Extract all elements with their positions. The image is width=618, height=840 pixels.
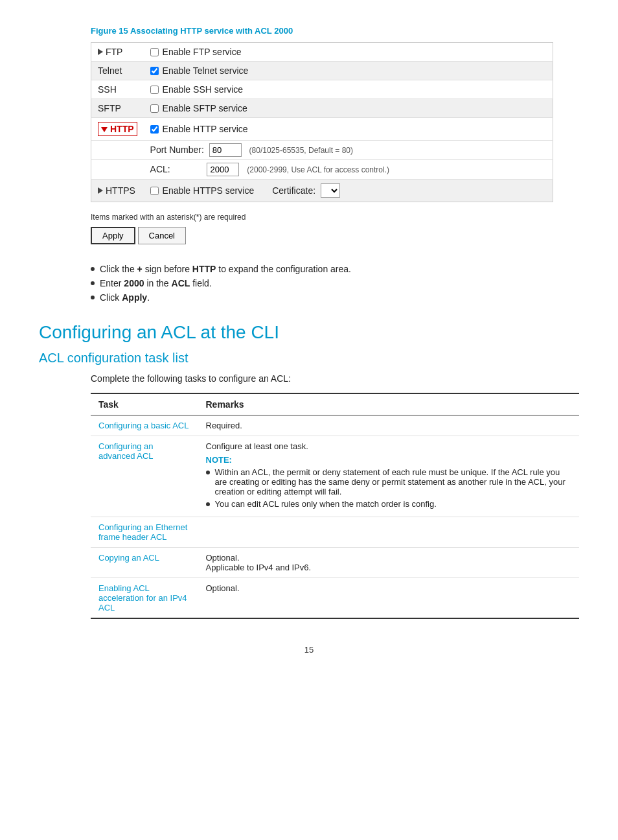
asterisk-note: Items marked with an asterisk(*) are req… <box>91 213 579 222</box>
note-bullet-icon-2-2 <box>206 502 210 506</box>
remarks-text-4b: Applicable to IPv4 and IPv6. <box>206 563 572 572</box>
instruction-text-1: Click the + sign before HTTP to expand t… <box>100 264 351 274</box>
instructions-section: Click the + sign before HTTP to expand t… <box>91 264 579 303</box>
task-link-3[interactable]: Configuring an Ethernet frame header ACL <box>98 522 187 542</box>
https-cert-container: Enable HTTPS service Certificate: <box>150 183 546 198</box>
port-label: Port Number: <box>150 145 204 155</box>
http-acl-cell: ACL: (2000-2999, Use ACL for access cont… <box>144 160 553 180</box>
page-number: 15 <box>39 645 579 655</box>
subsection-title: ACL configuration task list <box>39 351 579 366</box>
task-cell-1: Configuring a basic ACL <box>91 415 198 436</box>
ftp-checkbox[interactable] <box>150 48 159 56</box>
intro-text: Complete the following tasks to configur… <box>91 373 579 384</box>
bullet-1-icon <box>91 267 95 271</box>
http-port-indent <box>91 141 144 160</box>
ftp-enable-cell: Enable FTP service <box>144 43 553 62</box>
button-row: Apply Cancel <box>91 227 579 244</box>
instruction-text-2: Enter 2000 in the ACL field. <box>100 278 212 288</box>
http-enable-text: Enable HTTP service <box>163 124 248 134</box>
https-enable-label[interactable]: Enable HTTPS service <box>150 185 255 196</box>
http-enable-label[interactable]: Enable HTTP service <box>150 124 546 134</box>
note-bullet-text-2-1: Within an ACL, the permit or deny statem… <box>215 467 572 496</box>
instruction-text-3: Click Apply. <box>100 292 150 303</box>
ftp-row: FTP Enable FTP service <box>91 43 553 62</box>
sftp-checkbox[interactable] <box>150 104 159 113</box>
ssh-enable-text: Enable SSH service <box>163 84 244 95</box>
note-label-2: NOTE: <box>206 455 572 465</box>
service-config-table: FTP Enable FTP service Telnet Enable Tel… <box>91 42 553 202</box>
task-row-4: Copying an ACL Optional. Applicable to I… <box>91 548 579 578</box>
note-bullet-icon-2-1 <box>206 471 210 474</box>
http-acl-indent <box>91 160 144 180</box>
http-port-cell: Port Number: (80/1025-65535, Default = 8… <box>144 141 553 160</box>
http-triangle-down-icon <box>101 127 108 132</box>
http-name-cell: HTTP <box>91 118 144 141</box>
http-checkbox[interactable] <box>150 125 159 134</box>
port-input[interactable] <box>209 143 242 157</box>
ssh-row: SSH Enable SSH service <box>91 80 553 99</box>
http-name-badge: HTTP <box>98 122 137 136</box>
sftp-enable-text: Enable SFTP service <box>163 103 247 113</box>
task-row-1: Configuring a basic ACL Required. <box>91 415 579 436</box>
telnet-enable-label[interactable]: Enable Telnet service <box>150 65 546 76</box>
instruction-item-3: Click Apply. <box>91 292 579 303</box>
remarks-cell-4: Optional. Applicable to IPv4 and IPv6. <box>198 548 580 578</box>
note-bullet-2-1: Within an ACL, the permit or deny statem… <box>206 467 572 496</box>
remarks-cell-2: Configure at least one task. NOTE: Withi… <box>198 436 580 517</box>
figure-title: Figure 15 Associating HTTP service with … <box>91 26 579 36</box>
task-link-5[interactable]: Enabling ACL acceleration for an IPv4 AC… <box>98 583 187 612</box>
task-link-1[interactable]: Configuring a basic ACL <box>98 421 189 430</box>
task-cell-2: Configuring an advanced ACL <box>91 436 198 517</box>
task-table-header-row: Task Remarks <box>91 393 579 415</box>
ssh-enable-cell: Enable SSH service <box>144 80 553 99</box>
note-bullets-2: Within an ACL, the permit or deny statem… <box>206 467 572 509</box>
ftp-enable-text: Enable FTP service <box>163 47 242 57</box>
task-row-2: Configuring an advanced ACL Configure at… <box>91 436 579 517</box>
port-hint: (80/1025-65535, Default = 80) <box>249 146 353 155</box>
http-enable-cell: Enable HTTP service <box>144 118 553 141</box>
https-name-cell: HTTPS <box>91 180 144 202</box>
sftp-row: SFTP Enable SFTP service <box>91 99 553 118</box>
sftp-enable-cell: Enable SFTP service <box>144 99 553 118</box>
ftp-enable-label[interactable]: Enable FTP service <box>150 47 546 57</box>
acl-input[interactable] <box>207 163 239 176</box>
sftp-enable-label[interactable]: Enable SFTP service <box>150 103 546 113</box>
task-table: Task Remarks Configuring a basic ACL Req… <box>91 393 579 619</box>
cert-label-text: Certificate: <box>272 185 315 196</box>
instruction-item-2: Enter 2000 in the ACL field. <box>91 278 579 288</box>
task-link-4[interactable]: Copying an ACL <box>98 553 159 563</box>
task-cell-4: Copying an ACL <box>91 548 198 578</box>
task-link-2[interactable]: Configuring an advanced ACL <box>98 441 154 461</box>
https-checkbox[interactable] <box>150 187 159 195</box>
task-cell-5: Enabling ACL acceleration for an IPv4 AC… <box>91 578 198 619</box>
task-row-3: Configuring an Ethernet frame header ACL <box>91 517 579 548</box>
remarks-text-2a: Configure at least one task. <box>206 441 572 451</box>
section-title: Configuring an ACL at the CLI <box>39 322 579 343</box>
cancel-button[interactable]: Cancel <box>138 227 186 244</box>
remarks-text-1: Required. <box>206 421 242 430</box>
ssh-enable-label[interactable]: Enable SSH service <box>150 84 546 95</box>
http-acl-row: ACL: (2000-2999, Use ACL for access cont… <box>91 160 553 180</box>
col-task-header: Task <box>91 393 198 415</box>
cert-select[interactable] <box>321 183 340 198</box>
col-remarks-header: Remarks <box>198 393 580 415</box>
remarks-cell-1: Required. <box>198 415 580 436</box>
sftp-name-cell: SFTP <box>91 99 144 118</box>
apply-button[interactable]: Apply <box>91 227 135 244</box>
ftp-triangle-icon <box>98 49 103 55</box>
https-row: HTTPS Enable HTTPS service Certificate: <box>91 180 553 202</box>
https-enable-text: Enable HTTPS service <box>163 185 255 196</box>
telnet-enable-cell: Enable Telnet service <box>144 62 553 80</box>
acl-hint: (2000-2999, Use ACL for access control.) <box>247 165 389 174</box>
ssh-name-cell: SSH <box>91 80 144 99</box>
note-bullet-2-2: You can edit ACL rules only when the mat… <box>206 499 572 509</box>
bullet-3-icon <box>91 296 95 299</box>
telnet-row: Telnet Enable Telnet service <box>91 62 553 80</box>
remarks-text-5: Optional. <box>206 583 240 593</box>
task-row-5: Enabling ACL acceleration for an IPv4 AC… <box>91 578 579 619</box>
telnet-checkbox[interactable] <box>150 67 159 75</box>
ssh-checkbox[interactable] <box>150 86 159 94</box>
ftp-name-cell: FTP <box>91 43 144 62</box>
https-enable-cell: Enable HTTPS service Certificate: <box>144 180 553 202</box>
acl-label: ACL: <box>150 164 202 174</box>
